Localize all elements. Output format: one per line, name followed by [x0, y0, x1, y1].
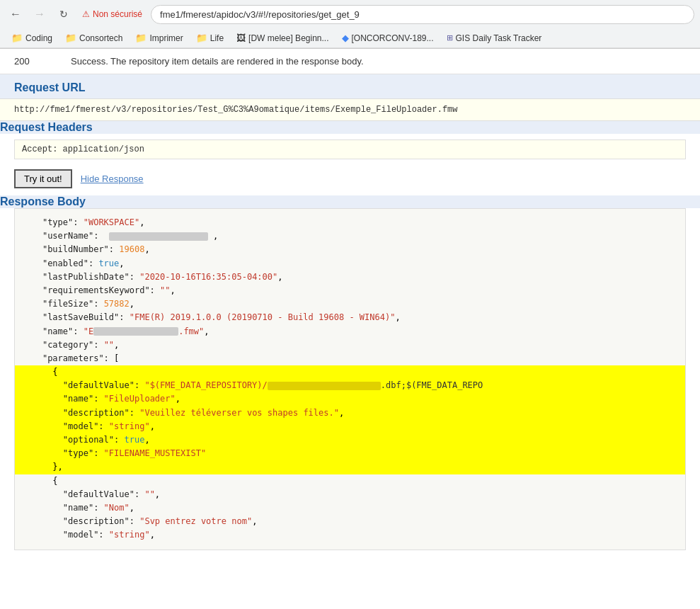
bookmark-gis-task-tracker[interactable]: ⊞ GIS Daily Task Tracker: [441, 31, 548, 45]
json-line-highlighted: "optional": true,: [15, 433, 685, 447]
json-line: "description": "Svp entrez votre nom",: [22, 515, 678, 528]
json-line-highlighted: "model": "string",: [15, 420, 685, 433]
bookmark-label: [ONCORCONV-189...: [352, 33, 434, 43]
json-line-highlighted: "defaultValue": "$(FME_DATA_REPOSITORY)/…: [15, 379, 685, 392]
response-body-section-header: Response Body: [0, 195, 700, 208]
response-body-code-block: "type": "WORKSPACE", "userName": , "buil…: [14, 208, 686, 550]
folder-icon: 📁: [135, 33, 147, 43]
json-line: {: [22, 474, 678, 488]
hide-response-link[interactable]: Hide Response: [81, 173, 144, 184]
json-line: "enabled": true,: [22, 257, 678, 271]
json-line: "buildNumber": 19608,: [22, 243, 678, 256]
action-buttons-row: Try it out! Hide Response: [0, 165, 700, 195]
request-url-title: Request URL: [14, 81, 85, 93]
json-line: "lastSaveBuild": "FME(R) 2019.1.0.0 (201…: [22, 311, 678, 324]
accept-header-text: Accept: application/json: [22, 144, 144, 154]
reload-button[interactable]: ↻: [54, 4, 74, 24]
json-line: "parameters": [: [22, 352, 678, 365]
accept-header-box: Accept: application/json: [14, 140, 686, 159]
bookmark-label: Coding: [25, 33, 52, 43]
json-content: "type": "WORKSPACE", "userName": , "buil…: [22, 216, 678, 542]
grid-icon: ⊞: [447, 33, 453, 42]
json-line-highlighted: },: [15, 460, 685, 474]
bookmark-label: GIS Daily Task Tracker: [456, 33, 542, 43]
json-line-highlighted: "name": "FileUploader",: [15, 392, 685, 406]
status-code: 200: [14, 56, 71, 67]
request-url-text: http://fme1/fmerest/v3/repositories/Test…: [14, 105, 458, 115]
bookmark-coding[interactable]: 📁 Coding: [6, 30, 58, 45]
status-message: Success. The repository item details are…: [71, 56, 364, 67]
json-line: "fileSize": 57882,: [22, 297, 678, 311]
bookmark-imprimer[interactable]: 📁 Imprimer: [130, 30, 188, 45]
bookmark-life[interactable]: 📁 Life: [190, 30, 229, 45]
json-line: "lastPublishDate": "2020-10-16T16:35:05-…: [22, 271, 678, 284]
request-url-box: http://fme1/fmerest/v3/repositories/Test…: [0, 98, 700, 121]
request-headers-title: Request Headers: [0, 121, 93, 133]
json-line-highlighted: "type": "FILENAME_MUSTEXIST": [15, 447, 685, 460]
try-it-out-button[interactable]: Try it out!: [14, 169, 72, 188]
forward-button[interactable]: →: [30, 4, 50, 24]
bookmark-label: [DW melee] Beginn...: [248, 33, 328, 43]
bookmark-consortech[interactable]: 📁 Consortech: [59, 30, 128, 45]
browser-chrome: ← → ↻ ⚠ Non sécurisé fme1/fmerest/apidoc…: [0, 0, 700, 49]
json-line: "requirementsKeyword": "",: [22, 284, 678, 297]
folder-icon: 📁: [196, 33, 207, 43]
folder-icon: 📁: [11, 33, 23, 43]
json-line-highlighted: "description": "Veuillez téléverser vos …: [15, 406, 685, 420]
address-bar[interactable]: fme1/fmerest/apidoc/v3/#!/repositories/g…: [151, 5, 694, 24]
json-line: "defaultValue": "",: [22, 488, 678, 501]
bookmark-label: Consortech: [79, 33, 122, 43]
back-button[interactable]: ←: [6, 4, 25, 24]
navigation-bar: ← → ↻ ⚠ Non sécurisé fme1/fmerest/apidoc…: [0, 0, 700, 28]
bookmarks-bar: 📁 Coding 📁 Consortech 📁 Imprimer 📁 Life …: [0, 28, 700, 48]
json-line: "model": "string",: [22, 528, 678, 542]
bookmark-label: Imprimer: [149, 33, 183, 43]
image-icon: 🖼: [236, 33, 246, 43]
json-line: "type": "WORKSPACE",: [22, 216, 678, 229]
folder-icon: 📁: [65, 33, 76, 43]
json-line: "name": "Nom",: [22, 501, 678, 515]
status-row: 200 Success. The repository item details…: [0, 49, 700, 74]
json-line-highlighted: {: [15, 365, 685, 379]
request-url-section-header: Request URL: [0, 74, 700, 98]
bookmark-label: Life: [210, 33, 224, 43]
request-headers-section-header: Request Headers: [0, 121, 700, 134]
security-warning: ⚠ Non sécurisé: [78, 9, 147, 19]
response-body-title: Response Body: [0, 195, 86, 207]
bookmark-dw-melee[interactable]: 🖼 [DW melee] Beginn...: [231, 30, 334, 45]
json-line: "category": "",: [22, 338, 678, 352]
address-text: fme1/fmerest/apidoc/v3/#!/repositories/g…: [160, 9, 685, 20]
warning-icon: ⚠: [82, 9, 90, 19]
json-line: "userName": ,: [22, 229, 678, 243]
diamond-icon: ◆: [342, 33, 349, 43]
json-line: "name": "E.fmw",: [22, 325, 678, 338]
bookmark-oncorconv[interactable]: ◆ [ONCORCONV-189...: [336, 30, 440, 45]
page-content: 200 Success. The repository item details…: [0, 49, 700, 550]
